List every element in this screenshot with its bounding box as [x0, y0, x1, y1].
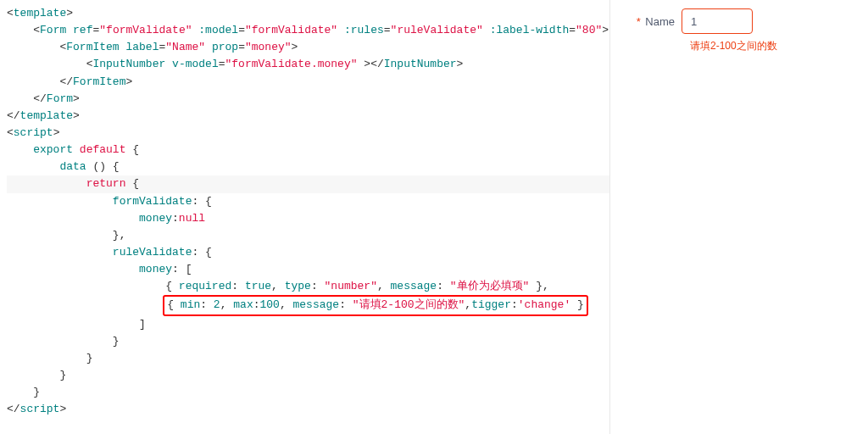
form-label: * Name [624, 15, 675, 28]
form-item-name: * Name [624, 8, 854, 34]
input-number-wrapper[interactable] [682, 8, 753, 34]
code-editor-pane[interactable]: <template> <Form ref="formValidate" :mod… [0, 0, 610, 434]
validation-error-message: 请填2-100之间的数 [690, 39, 854, 53]
required-asterisk: * [637, 15, 641, 28]
form-label-text: Name [645, 15, 675, 28]
money-input[interactable] [689, 14, 745, 29]
highlighted-rule-line: { min: 2, max:100, message: "请填2-100之间的数… [7, 295, 609, 315]
form-preview-pane: * Name 请填2-100之间的数 [610, 0, 868, 434]
